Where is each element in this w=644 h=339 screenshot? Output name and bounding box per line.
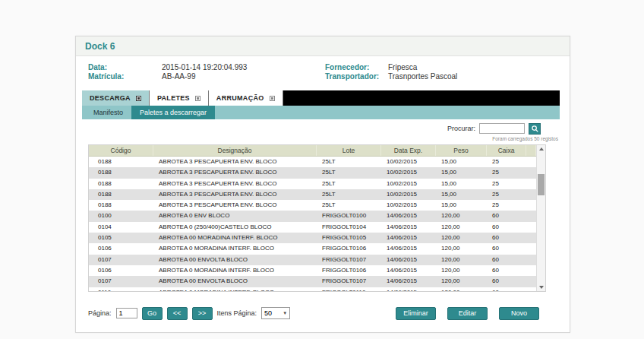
- records-loaded-status: Foram carregados 50 registos: [76, 136, 570, 143]
- table-cell: 0106: [89, 265, 153, 276]
- table-cell: FRIGGOLT0110: [317, 287, 381, 291]
- data-label: Data:: [88, 63, 162, 72]
- table-cell: ABROTEA 3 PESCAPUERTA ENV. BLOCO: [153, 167, 317, 178]
- scroll-up-icon[interactable]: [537, 145, 545, 153]
- table-cell: 14/06/2015: [381, 243, 436, 254]
- table-header: Código Designação Lote Data Exp. Peso Ca…: [89, 145, 536, 157]
- table-cell: 0106: [89, 243, 153, 254]
- table-cell: 0188: [89, 200, 153, 211]
- search-input[interactable]: [479, 123, 525, 134]
- search-button[interactable]: [529, 123, 541, 135]
- page-input[interactable]: [116, 308, 137, 318]
- dock-panel: Dock 6 Data: 2015-01-14 19:20:04.993 For…: [75, 36, 570, 333]
- table-cell: ABROTEA 0 MORADINA INTERF. BLOCO: [153, 243, 317, 254]
- table-cell-spacer: [526, 255, 536, 265]
- col-peso[interactable]: Peso: [436, 145, 487, 156]
- table-cell: 0188: [89, 179, 153, 189]
- subtab-manifesto[interactable]: Manifesto: [85, 106, 131, 119]
- table-cell-spacer: [526, 287, 536, 291]
- table-cell-spacer: [526, 233, 536, 243]
- col-lote[interactable]: Lote: [317, 145, 381, 156]
- table-cell: 25: [487, 167, 526, 178]
- scrollbar-thumb[interactable]: [538, 174, 545, 195]
- items-per-page-select[interactable]: 50 ▼: [261, 307, 290, 319]
- search-label: Procurar:: [447, 125, 475, 132]
- table-cell: 14/06/2015: [381, 222, 436, 233]
- table-row[interactable]: 0110ABROTEA 0 MORADINA INTERF. BLOCOFRIG…: [89, 287, 536, 291]
- table-row[interactable]: 0106ABROTEA 0 MORADINA INTERF. BLOCOFRIG…: [89, 243, 536, 254]
- col-caixa[interactable]: Caixa: [487, 145, 526, 156]
- go-button[interactable]: Go: [142, 307, 163, 320]
- table-body: 0188ABROTEA 3 PESCAPUERTA ENV. BLOCO25LT…: [89, 157, 536, 291]
- table-cell: FRIGGOLT0107: [317, 276, 381, 287]
- eliminar-button[interactable]: Eliminar: [396, 307, 436, 320]
- table-row[interactable]: 0100ABROTEA 0 ENV BLOCOFRIGGOLT010014/06…: [89, 211, 536, 221]
- table-cell: 14/06/2015: [381, 287, 436, 291]
- table-cell: FRIGGOLT0106: [317, 243, 381, 254]
- table-row[interactable]: 0105ABROTEA 00 MORADINA INTERF. BLOCOFRI…: [89, 233, 536, 243]
- table-cell: 25LT: [317, 157, 381, 167]
- table-cell: 25: [487, 179, 526, 189]
- table-cell: ABROTEA 0 MORADINA INTERF. BLOCO: [153, 265, 317, 276]
- table-cell: 25: [487, 189, 526, 200]
- table-cell: 0105: [89, 233, 153, 243]
- table-row[interactable]: 0188ABROTEA 3 PESCAPUERTA ENV. BLOCO25LT…: [89, 157, 536, 167]
- editar-button[interactable]: Editar: [447, 307, 488, 320]
- footer-bar: Página: Go << >> Itens Página: 50 ▼ Elim…: [88, 306, 560, 320]
- table-row[interactable]: 0188ABROTEA 3 PESCAPUERTA ENV. BLOCO25LT…: [89, 167, 536, 178]
- table-cell: 0188: [89, 167, 153, 178]
- table-cell-spacer: [526, 211, 536, 221]
- scroll-down-icon[interactable]: [537, 284, 545, 291]
- table-cell-spacer: [526, 179, 536, 189]
- fornecedor-value: Fripesca: [388, 63, 570, 72]
- table-row[interactable]: 0104ABROTEA 0 (250/400)CASTELO BLOCOFRIG…: [89, 222, 536, 233]
- main-tabs: DESCARGA PALETES ARRUMAÇÃO: [82, 90, 560, 106]
- table-row[interactable]: 0107ABROTEA 00 ENVOLTA BLOCOFRIGGOLT0107…: [89, 276, 536, 287]
- table-row[interactable]: 0106ABROTEA 0 MORADINA INTERF. BLOCOFRIG…: [89, 265, 536, 276]
- table-row[interactable]: 0188ABROTEA 3 PESCAPUERTA ENV. BLOCO25LT…: [89, 189, 536, 200]
- page-label: Página:: [88, 309, 112, 317]
- col-data-exp[interactable]: Data Exp.: [381, 145, 436, 156]
- table-cell: 14/06/2015: [381, 265, 436, 276]
- col-designacao[interactable]: Designação: [153, 145, 317, 156]
- table-cell: 60: [487, 265, 526, 276]
- table-cell: 60: [487, 255, 526, 265]
- table-cell: 25LT: [317, 200, 381, 211]
- table-cell: 120,00: [436, 222, 487, 233]
- tab-arrumacao[interactable]: ARRUMAÇÃO: [209, 90, 283, 106]
- tab-descarga[interactable]: DESCARGA: [82, 90, 150, 106]
- table-cell: 120,00: [436, 287, 487, 291]
- subtab-paletes-a-descarregar[interactable]: Paletes a descarregar: [131, 106, 215, 119]
- table-row[interactable]: 0107ABROTEA 00 ENVOLTA BLOCOFRIGGOLT0107…: [89, 255, 536, 265]
- table-cell-spacer: [526, 265, 536, 276]
- table-cell: ABROTEA 3 PESCAPUERTA ENV. BLOCO: [153, 179, 317, 189]
- table-cell: 10/02/2015: [381, 167, 436, 178]
- table-cell: 0107: [89, 255, 153, 265]
- transportador-label: Transportador:: [325, 72, 388, 81]
- prev-page-button[interactable]: <<: [167, 307, 188, 320]
- table-row[interactable]: 0188ABROTEA 3 PESCAPUERTA ENV. BLOCO25LT…: [89, 200, 536, 211]
- undock-icon[interactable]: [270, 96, 275, 101]
- table-cell: 120,00: [436, 233, 487, 243]
- table-cell: 120,00: [436, 276, 487, 287]
- table-cell: 120,00: [436, 265, 487, 276]
- table-cell: 10/02/2015: [381, 157, 436, 167]
- table-cell-spacer: [526, 276, 536, 287]
- page-title: Dock 6: [76, 36, 570, 56]
- table-cell: 14/06/2015: [381, 255, 436, 265]
- table-cell: 14/06/2015: [381, 276, 436, 287]
- tab-descarga-label: DESCARGA: [90, 94, 131, 102]
- tab-paletes[interactable]: PALETES: [150, 90, 209, 106]
- table-scrollbar[interactable]: [536, 145, 545, 291]
- table-row[interactable]: 0188ABROTEA 3 PESCAPUERTA ENV. BLOCO25LT…: [89, 179, 536, 189]
- novo-button[interactable]: Novo: [499, 307, 539, 320]
- table-cell: 15,00: [436, 179, 487, 189]
- undock-icon[interactable]: [136, 96, 141, 101]
- col-codigo[interactable]: Código: [89, 145, 153, 156]
- undock-icon[interactable]: [195, 96, 200, 101]
- matricula-label: Matrícula:: [88, 72, 162, 81]
- table-cell: 0107: [89, 276, 153, 287]
- table-cell-spacer: [526, 167, 536, 178]
- table-cell: 120,00: [436, 255, 487, 265]
- next-page-button[interactable]: >>: [192, 307, 213, 320]
